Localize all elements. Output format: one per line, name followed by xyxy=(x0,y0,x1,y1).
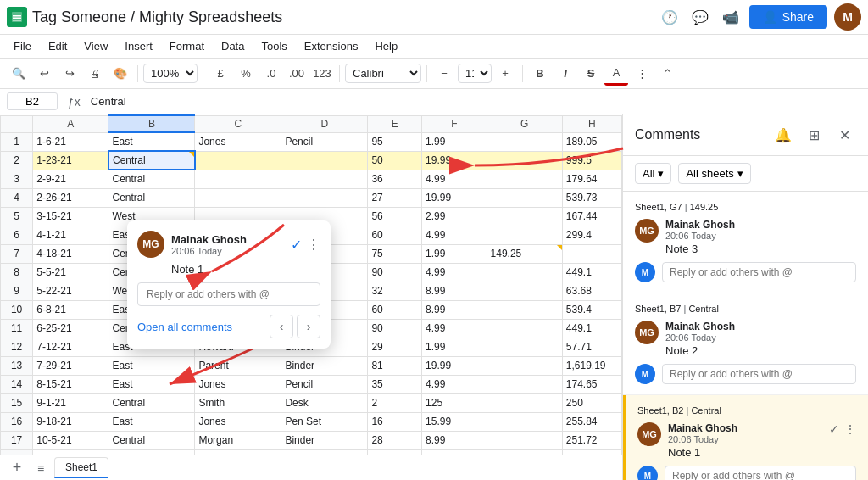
cell-g15[interactable] xyxy=(487,393,562,412)
cell-g11[interactable] xyxy=(487,319,562,338)
cell-a3[interactable]: 2-9-21 xyxy=(33,170,108,188)
cell-g3[interactable] xyxy=(487,170,562,188)
avatar[interactable]: M xyxy=(834,3,861,31)
col-header-c[interactable]: C xyxy=(195,115,281,132)
bold-btn[interactable]: B xyxy=(528,62,552,86)
cell-f13[interactable]: 19.99 xyxy=(422,356,487,375)
collapse-toolbar-btn[interactable]: ⌃ xyxy=(655,62,679,86)
cell-f17[interactable]: 8.99 xyxy=(422,431,487,449)
cell-a13[interactable]: 7-29-21 xyxy=(33,356,108,375)
comments-icon[interactable]: 💬 xyxy=(688,5,712,29)
cell-a7[interactable]: 4-18-21 xyxy=(33,244,108,263)
cell-h10[interactable]: 539.4 xyxy=(562,300,621,319)
col-header-a[interactable]: A xyxy=(33,115,108,132)
menu-extensions[interactable]: Extensions xyxy=(298,38,365,54)
cell-f8[interactable]: 4.99 xyxy=(422,263,487,282)
cell-d4[interactable] xyxy=(281,188,368,207)
cell-d16[interactable]: Pen Set xyxy=(281,412,368,431)
cell-e7[interactable]: 75 xyxy=(368,244,422,263)
cell-c14[interactable]: Jones xyxy=(195,375,281,393)
cell-d13[interactable]: Binder xyxy=(281,356,368,375)
cell-e3[interactable]: 36 xyxy=(368,170,422,188)
search-toolbar-btn[interactable]: 🔍 xyxy=(7,62,31,86)
cell-b4[interactable]: Central xyxy=(108,188,195,207)
cell-g7[interactable]: 149.25 xyxy=(487,244,562,263)
cell-h7[interactable] xyxy=(562,244,621,263)
cell-g4[interactable] xyxy=(487,188,562,207)
currency-btn[interactable]: £ xyxy=(209,62,232,86)
popup-check-icon[interactable]: ✓ xyxy=(291,237,302,253)
card-more-icon[interactable]: ⋮ xyxy=(844,422,856,436)
col-header-b[interactable]: B xyxy=(108,115,195,132)
formula-input[interactable] xyxy=(91,95,861,108)
cell-d17[interactable]: Binder xyxy=(281,431,368,449)
cell-e4[interactable]: 27 xyxy=(368,188,422,207)
popup-more-icon[interactable]: ⋮ xyxy=(307,237,320,253)
close-panel-icon[interactable]: ✕ xyxy=(832,123,856,147)
cell-h4[interactable]: 539.73 xyxy=(562,188,621,207)
col-header-e[interactable]: E xyxy=(368,115,422,132)
cell-e1[interactable]: 95 xyxy=(368,132,422,151)
notifications-icon[interactable]: 🔔 xyxy=(771,123,795,147)
open-all-comments-link[interactable]: Open all comments xyxy=(137,321,232,333)
col-header-f[interactable]: F xyxy=(422,115,487,132)
cell-e13[interactable]: 81 xyxy=(368,356,422,375)
cell-h9[interactable]: 63.68 xyxy=(562,282,621,300)
decimal2-btn[interactable]: .00 xyxy=(285,62,309,86)
cell-b16[interactable]: East xyxy=(108,412,195,431)
filter-sheets-dropdown[interactable]: All sheets ▾ xyxy=(678,163,750,184)
cell-f1[interactable]: 1.99 xyxy=(422,132,487,151)
cell-e6[interactable]: 60 xyxy=(368,226,422,244)
cell-d15[interactable]: Desk xyxy=(281,393,368,412)
cell-f11[interactable]: 4.99 xyxy=(422,319,487,338)
cell-h17[interactable]: 251.72 xyxy=(562,431,621,449)
cell-e5[interactable]: 56 xyxy=(368,207,422,226)
cell-h2[interactable]: 999.5 xyxy=(562,151,621,170)
paint-format-btn[interactable]: 🎨 xyxy=(108,62,132,86)
cell-h15[interactable]: 250 xyxy=(562,393,621,412)
cell-reference[interactable] xyxy=(7,92,58,110)
decimal-btn[interactable]: .0 xyxy=(259,62,283,86)
cell-b15[interactable]: Central xyxy=(108,393,195,412)
cell-f6[interactable]: 4.99 xyxy=(422,226,487,244)
cell-a8[interactable]: 5-5-21 xyxy=(33,263,108,282)
cell-g12[interactable] xyxy=(487,338,562,356)
menu-insert[interactable]: Insert xyxy=(118,38,159,54)
cell-h14[interactable]: 174.65 xyxy=(562,375,621,393)
cell-e16[interactable]: 16 xyxy=(368,412,422,431)
strikethrough-btn[interactable]: S xyxy=(579,62,603,86)
cell-g16[interactable] xyxy=(487,412,562,431)
cell-a2[interactable]: 1-23-21 xyxy=(33,151,108,170)
col-header-h[interactable]: H xyxy=(562,115,621,132)
cell-d1[interactable]: Pencil xyxy=(281,132,368,151)
cell-c13[interactable]: Parent xyxy=(195,356,281,375)
cell-a6[interactable]: 4-1-21 xyxy=(33,226,108,244)
cell-f7[interactable]: 1.99 xyxy=(422,244,487,263)
cell-f9[interactable]: 8.99 xyxy=(422,282,487,300)
filter-all-dropdown[interactable]: All ▾ xyxy=(635,163,671,184)
sheet-tab-sheet1[interactable]: Sheet1 xyxy=(54,457,108,478)
cell-e8[interactable]: 90 xyxy=(368,263,422,282)
percent-btn[interactable]: % xyxy=(234,62,258,86)
font-select[interactable]: Calibri xyxy=(345,64,421,83)
cell-f3[interactable]: 4.99 xyxy=(422,170,487,188)
next-comment-btn[interactable]: › xyxy=(297,315,320,338)
cell-e11[interactable]: 90 xyxy=(368,319,422,338)
cell-f2[interactable]: 19.99 xyxy=(422,151,487,170)
cell-b13[interactable]: East xyxy=(108,356,195,375)
card-reply-input-b2[interactable] xyxy=(665,466,856,480)
number-format-btn[interactable]: 123 xyxy=(310,62,334,86)
italic-btn[interactable]: I xyxy=(554,62,577,86)
cell-a17[interactable]: 10-5-21 xyxy=(33,431,108,449)
cell-e10[interactable]: 60 xyxy=(368,300,422,319)
col-header-d[interactable]: D xyxy=(281,115,368,132)
cell-d2[interactable] xyxy=(281,151,368,170)
history-icon[interactable]: 🕐 xyxy=(658,5,682,29)
menu-view[interactable]: View xyxy=(77,38,114,54)
cell-f15[interactable]: 125 xyxy=(422,393,487,412)
cell-c2[interactable] xyxy=(195,151,281,170)
menu-help[interactable]: Help xyxy=(368,38,404,54)
video-icon[interactable]: 📹 xyxy=(719,5,743,29)
cell-g8[interactable] xyxy=(487,263,562,282)
font-size-minus-btn[interactable]: − xyxy=(432,62,456,86)
